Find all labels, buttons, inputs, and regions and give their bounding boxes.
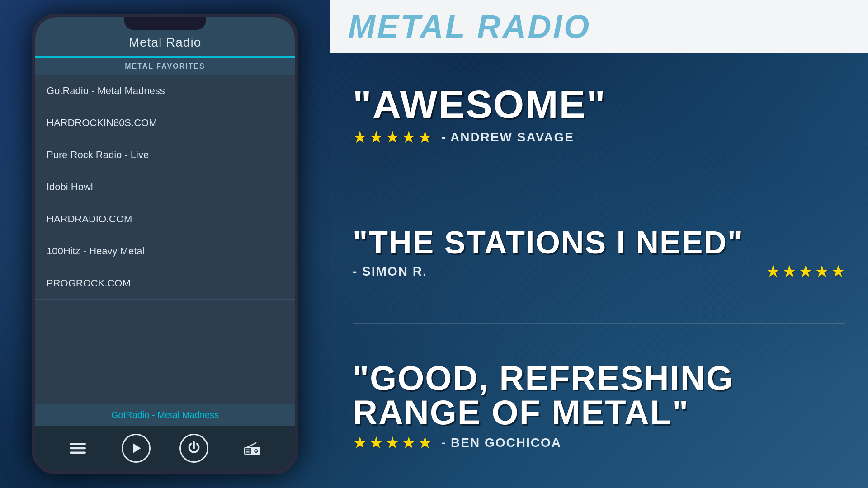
star-2-5: ★ xyxy=(831,262,845,281)
section-header: METAL FAVORITES xyxy=(35,58,295,75)
star-2-2: ★ xyxy=(782,262,797,281)
station-item-3[interactable]: Pure Rock Radio - Live xyxy=(35,139,295,171)
menu-button[interactable] xyxy=(63,434,92,463)
station-item-6[interactable]: 100Hitz - Heavy Metal xyxy=(35,235,295,267)
review-quote-3: "GOOD, REFRESHINGRANGE OF METAL" xyxy=(353,361,845,430)
review-stars-2: ★ ★ ★ ★ ★ xyxy=(766,262,845,281)
review-meta-1: ★ ★ ★ ★ ★ - ANDREW SAVAGE xyxy=(353,128,845,147)
review-quote-2: "THE STATIONS I NEED" xyxy=(353,227,845,258)
svg-line-8 xyxy=(247,443,256,447)
star-2-1: ★ xyxy=(766,262,780,281)
svg-rect-1 xyxy=(70,447,86,450)
svg-marker-3 xyxy=(133,444,141,453)
star-3-3: ★ xyxy=(385,433,400,452)
star-3-2: ★ xyxy=(369,433,383,452)
station-name-6: 100Hitz - Heavy Metal xyxy=(47,245,144,257)
star-1-1: ★ xyxy=(353,128,367,147)
star-3-4: ★ xyxy=(401,433,416,452)
station-name-4: Idobi Howl xyxy=(47,181,93,192)
svg-rect-5 xyxy=(245,448,251,454)
station-item-2[interactable]: HARDROCKIN80S.COM xyxy=(35,107,295,139)
review-quote-1: "AWESOME" xyxy=(353,84,845,124)
station-item-7[interactable]: PROGROCK.COM xyxy=(35,267,295,300)
station-item-5[interactable]: HARDRADIO.COM xyxy=(35,203,295,235)
app-title: Metal Radio xyxy=(44,35,286,50)
review-author-2: - SIMON R. xyxy=(353,264,427,279)
star-2-4: ★ xyxy=(815,262,829,281)
star-1-5: ★ xyxy=(418,128,432,147)
now-playing-bar: GotRadio - Metal Madness xyxy=(35,404,295,426)
divider-2 xyxy=(353,323,845,324)
station-name-2: HARDROCKIN80S.COM xyxy=(47,117,157,128)
svg-point-7 xyxy=(255,450,257,452)
station-item-1[interactable]: GotRadio - Metal Madness xyxy=(35,75,295,107)
metal-radio-title: METAL RADIO xyxy=(348,8,591,45)
review-block-1: "AWESOME" ★ ★ ★ ★ ★ - ANDREW SAVAGE xyxy=(353,84,845,147)
bottom-nav xyxy=(35,426,295,471)
phone-notch xyxy=(124,17,206,30)
reviews-area: "AWESOME" ★ ★ ★ ★ ★ - ANDREW SAVAGE "THE… xyxy=(330,53,868,488)
right-panel: METAL RADIO "AWESOME" ★ ★ ★ ★ ★ - ANDREW… xyxy=(330,0,868,488)
star-1-3: ★ xyxy=(385,128,400,147)
star-3-5: ★ xyxy=(418,433,432,452)
svg-rect-2 xyxy=(70,452,86,454)
title-bar: METAL RADIO xyxy=(330,0,868,53)
phone-mockup: Metal Radio METAL FAVORITES GotRadio - M… xyxy=(32,14,298,474)
now-playing-text: GotRadio - Metal Madness xyxy=(44,410,286,420)
review-meta-3: ★ ★ ★ ★ ★ - BEN GOCHICOA xyxy=(353,433,845,452)
station-list: GotRadio - Metal Madness HARDROCKIN80S.C… xyxy=(35,75,295,404)
divider-1 xyxy=(353,189,845,189)
star-1-2: ★ xyxy=(369,128,383,147)
review-block-3: "GOOD, REFRESHINGRANGE OF METAL" ★ ★ ★ ★… xyxy=(353,361,845,452)
review-author-1: - ANDREW SAVAGE xyxy=(441,130,574,145)
power-button[interactable] xyxy=(179,434,208,463)
review-stars-1: ★ ★ ★ ★ ★ xyxy=(353,128,432,147)
star-1-4: ★ xyxy=(401,128,416,147)
svg-rect-10 xyxy=(245,451,249,452)
star-2-3: ★ xyxy=(798,262,813,281)
station-name-3: Pure Rock Radio - Live xyxy=(47,149,149,160)
review-stars-3: ★ ★ ★ ★ ★ xyxy=(353,433,432,452)
station-name-7: PROGROCK.COM xyxy=(47,277,131,289)
review-block-2: "THE STATIONS I NEED" - SIMON R. ★ ★ ★ ★… xyxy=(353,227,845,281)
phone-screen: Metal Radio METAL FAVORITES GotRadio - M… xyxy=(35,17,295,471)
section-title: METAL FAVORITES xyxy=(44,62,286,70)
station-name-1: GotRadio - Metal Madness xyxy=(47,85,165,96)
play-button[interactable] xyxy=(122,434,151,463)
station-item-4[interactable]: Idobi Howl xyxy=(35,171,295,203)
review-meta-2: - SIMON R. ★ ★ ★ ★ ★ xyxy=(353,262,845,281)
svg-rect-9 xyxy=(245,449,249,450)
review-author-3: - BEN GOCHICOA xyxy=(441,436,561,450)
station-name-5: HARDRADIO.COM xyxy=(47,213,132,225)
star-3-1: ★ xyxy=(353,433,367,452)
phone-panel: Metal Radio METAL FAVORITES GotRadio - M… xyxy=(0,0,330,488)
radio-button[interactable] xyxy=(238,434,267,463)
svg-rect-0 xyxy=(70,443,86,445)
